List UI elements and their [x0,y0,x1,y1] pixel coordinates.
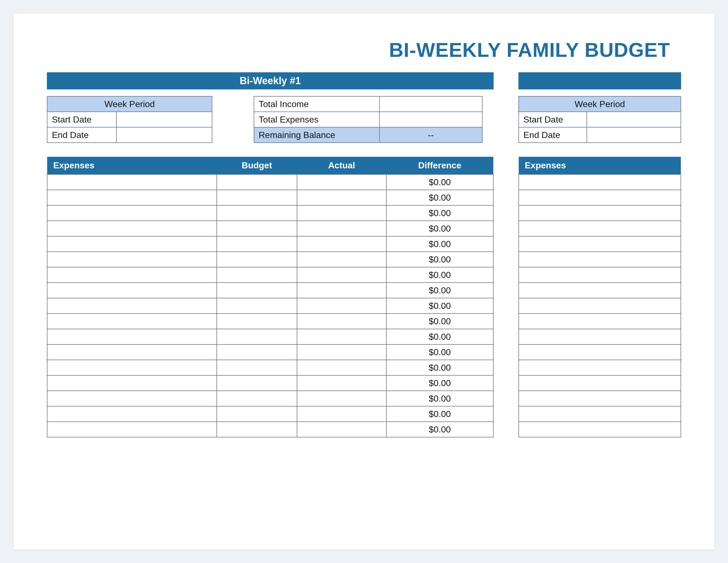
actual-cell[interactable] [297,391,386,406]
expense-cell[interactable] [47,174,217,190]
expense-cell[interactable] [519,205,681,221]
actual-cell[interactable] [297,314,386,329]
expense-cell[interactable] [519,360,681,375]
budget-cell[interactable] [217,329,297,345]
total-expenses-cell[interactable] [379,112,482,127]
expense-cell[interactable] [47,298,217,314]
expense-cell[interactable] [519,236,681,252]
expense-cell[interactable] [519,314,681,329]
budget-cell[interactable] [217,283,297,298]
expense-cell[interactable] [47,375,217,391]
actual-cell[interactable] [297,221,386,236]
table-row: $0.00 [47,314,493,329]
table-row [519,298,681,314]
expense-cell[interactable] [519,329,681,345]
actual-cell[interactable] [297,329,386,345]
expense-cell[interactable] [519,283,681,298]
end-date-label-right: End Date [519,127,587,143]
actual-cell[interactable] [297,360,386,375]
actual-cell[interactable] [297,236,386,252]
total-income-cell[interactable] [379,96,482,112]
expense-cell[interactable] [47,345,217,360]
budget-cell[interactable] [217,205,297,221]
expense-cell[interactable] [519,391,681,406]
budget-cell[interactable] [217,375,297,391]
actual-cell[interactable] [297,205,386,221]
expense-cell[interactable] [519,406,681,422]
end-date-label: End Date [47,127,116,143]
budget-cell[interactable] [217,174,297,190]
actual-cell[interactable] [297,345,386,360]
expense-cell[interactable] [47,422,217,437]
difference-cell: $0.00 [386,236,493,252]
actual-cell[interactable] [297,283,386,298]
expense-cell[interactable] [519,267,681,283]
expense-cell[interactable] [47,406,217,422]
biweekly-1-section: Bi-Weekly #1 Week Period Start Date End … [47,72,494,438]
expense-cell[interactable] [47,283,217,298]
table-row: $0.00 [47,190,493,205]
budget-cell[interactable] [217,267,297,283]
actual-cell[interactable] [297,267,386,283]
expense-cell[interactable] [519,422,681,437]
col-header-expenses-right: Expenses [519,157,681,174]
budget-cell[interactable] [217,422,297,437]
remaining-balance-label: Remaining Balance [254,127,379,143]
budget-cell[interactable] [217,236,297,252]
table-row: $0.00 [47,205,493,221]
table-row: $0.00 [47,221,493,236]
expense-cell[interactable] [47,267,217,283]
week-period-box-right: Week Period Start Date End Date [518,96,681,143]
expense-cell[interactable] [47,329,217,345]
col-header-difference: Difference [386,157,493,174]
actual-cell[interactable] [297,375,386,391]
end-date-cell-right[interactable] [587,127,681,143]
expense-cell[interactable] [47,221,217,236]
expense-cell[interactable] [47,205,217,221]
actual-cell[interactable] [297,174,386,190]
difference-cell: $0.00 [386,174,493,190]
expense-cell[interactable] [47,190,217,205]
budget-cell[interactable] [217,252,297,267]
budget-cell[interactable] [217,190,297,205]
table-row: $0.00 [47,267,493,283]
start-date-cell[interactable] [116,112,212,127]
start-date-label: Start Date [47,112,116,127]
budget-cell[interactable] [217,406,297,422]
table-row [519,406,681,422]
budget-cell[interactable] [217,298,297,314]
table-row [519,283,681,298]
start-date-cell-right[interactable] [587,112,681,127]
expense-cell[interactable] [519,252,681,267]
table-row [519,205,681,221]
expense-cell[interactable] [519,345,681,360]
table-row [519,345,681,360]
expense-cell[interactable] [519,174,681,190]
actual-cell[interactable] [297,252,386,267]
expense-cell[interactable] [519,298,681,314]
actual-cell[interactable] [297,422,386,437]
actual-cell[interactable] [297,406,386,422]
budget-cell[interactable] [217,345,297,360]
table-row [519,375,681,391]
table-row: $0.00 [47,329,493,345]
expense-cell[interactable] [519,221,681,236]
actual-cell[interactable] [297,298,386,314]
table-row: $0.00 [47,345,493,360]
expense-cell[interactable] [47,252,217,267]
expense-cell[interactable] [519,375,681,391]
expense-cell[interactable] [47,360,217,375]
table-row [519,360,681,375]
summary-row: Week Period Start Date End Date [47,96,494,143]
end-date-cell[interactable] [116,127,212,143]
actual-cell[interactable] [297,190,386,205]
budget-cell[interactable] [217,360,297,375]
expense-cell[interactable] [47,314,217,329]
difference-cell: $0.00 [386,406,493,422]
expense-cell[interactable] [519,190,681,205]
budget-cell[interactable] [217,221,297,236]
budget-cell[interactable] [217,314,297,329]
expense-cell[interactable] [47,236,217,252]
expense-cell[interactable] [47,391,217,406]
budget-cell[interactable] [217,391,297,406]
